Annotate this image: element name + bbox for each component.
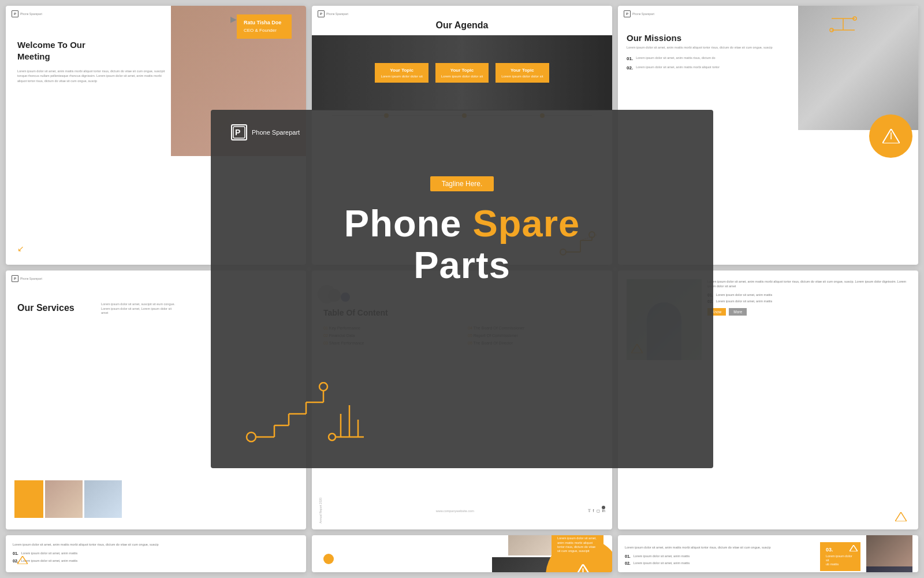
instagram-icon: ◻: [597, 509, 600, 513]
slide3-body: Lorem ipsum dolor sit amet, anim mattis …: [627, 46, 783, 50]
slide2-photo-bar: Your Topic Lorem ipsum dolor dolor sit Y…: [312, 35, 612, 110]
slide-orange-tagline: Your Tagline Lorem ipsum dolor sit amet,…: [312, 535, 612, 572]
slide2-title: Our Agenda: [312, 6, 612, 35]
svg-marker-16: [17, 556, 28, 564]
slide9-item1: 01. Lorem ipsum dolor sit amet, anim mat…: [625, 554, 797, 558]
slide7-item1: 01. Lorem ipsum dolor sit amet, anim mat…: [13, 551, 299, 556]
toc-footer: Annual Report 2020 www.companywebsite.co…: [312, 498, 612, 523]
slide9-img2: [866, 535, 912, 566]
slide7-text2: Lorem ipsum dolor sit amet, anim mattis: [21, 559, 78, 564]
toc-footer-year: Annual Report 2020: [319, 498, 322, 523]
slide1-name-card: Ratu Tisha Doe CEO & Founder: [237, 14, 292, 39]
slide-missions-detail: Lorem ipsum dolor sit amet, anim mattis …: [6, 535, 306, 572]
slide6-right: Lorem ipsum dolor sit amet, anim mattis …: [707, 279, 910, 521]
slide3-m2-text: Lorem ipsum dolor sit amet, anim mattis …: [636, 65, 720, 70]
main-circuit-bottom: [243, 382, 370, 448]
slide7-item2: 02. Lorem ipsum dolor sit amet, anim mat…: [13, 559, 299, 564]
slide3-mission1: 01. Lorem ipsum dolor sit amet, anim mat…: [627, 56, 783, 61]
slide9-text: Lorem ipsum dolor sit ub mattis: [826, 554, 855, 566]
slide3-logo: P Phone Sparepart: [624, 10, 654, 17]
slide4-logo-text: Phone Sparepart: [20, 277, 42, 280]
main-slide-overlay: P Phone Sparepart Tagline Here. Phone Sp…: [211, 110, 713, 468]
slide6-text1: Lorem ipsum dolor sit amet, anim mattis: [716, 293, 773, 297]
slide2-logo-icon: P: [318, 10, 325, 17]
slide9-card-arrow: [850, 545, 858, 553]
slide3-m1-num: 01.: [627, 56, 633, 61]
slide7-num1: 01.: [13, 551, 18, 556]
slide1-arrow-bottom: ↙: [17, 244, 24, 253]
slide6-buttons: Know More: [707, 308, 910, 316]
toc-website: www.companywebsite.com: [436, 509, 474, 513]
slide9-text1: Lorem ipsum dolor sit amet, anim mattis: [634, 554, 690, 558]
slide3-mission2: 02. Lorem ipsum dolor sit amet, anim mat…: [627, 65, 783, 71]
main-logo-text: Phone Sparepart: [252, 129, 300, 136]
slide2-logo-text: Phone Sparepart: [326, 12, 348, 16]
slide1-arrow-deco: ▶: [230, 14, 237, 24]
slide3-circuit: [826, 13, 860, 38]
slide6-btn-more: More: [729, 308, 747, 316]
slide1-logo-text: Phone Sparepart: [20, 12, 42, 16]
slide-bottom-detail: 03. Lorem ipsum dolor sit ub mattis Lore…: [618, 535, 918, 572]
slide6-items: 01. Lorem ipsum dolor sit amet, anim mat…: [707, 293, 910, 303]
main-logo: P Phone Sparepart: [231, 124, 300, 140]
toc-page-dot: [602, 506, 605, 509]
slide8-tagline-body: Lorem ipsum dolor sit amet, anim mattis …: [557, 536, 598, 553]
slide2-topic3: Your Topic Lorem ipsum dolor dolor sit: [495, 63, 549, 83]
slide7-arrow: [17, 556, 28, 566]
slide3-logo-icon: P: [624, 10, 631, 17]
slide3-m2-num: 02.: [627, 65, 633, 71]
slide3-orange-circle: [869, 114, 912, 158]
main-headline-line1: Phone Spare: [344, 203, 580, 244]
svg-point-36: [329, 433, 336, 440]
slide3-m1-text: Lorem ipsum dolor sit amet, anim mattis …: [636, 56, 716, 61]
slide2-topic2: Your Topic Lorem ipsum dolor dolor sit: [435, 63, 489, 83]
slide2-logo: P Phone Sparepart: [318, 10, 348, 17]
slide1-name: Ratu Tisha Doe: [244, 19, 285, 27]
slide4-logo-icon: P: [12, 275, 18, 282]
slide4-img1: [45, 480, 83, 518]
slide9-num2: 02.: [625, 561, 631, 565]
slide6-body: Lorem ipsum dolor sit amet, anim mattis …: [707, 279, 910, 289]
slide2-topic1: Your Topic Lorem ipsum dolor dolor sit: [375, 63, 428, 83]
slide9-num1: 01.: [625, 554, 631, 558]
slide4-img-orange: [14, 480, 43, 518]
main-tagline-badge: Tagline Here.: [430, 176, 494, 191]
main-headline: Phone Spare Parts: [344, 203, 580, 286]
slide9-body: Lorem ipsum dolor sit amet, anim mattis …: [625, 545, 797, 550]
slide7-body: Lorem ipsum dolor sit amet, anim mattis …: [13, 542, 299, 547]
slide3-title: Our Missions: [627, 33, 783, 43]
slide4-logo: P Phone Sparepart: [12, 275, 42, 282]
headline-orange: Spare: [473, 202, 580, 244]
slide9-text2: Lorem ipsum dolor sit amet, anim mattis: [634, 561, 690, 565]
svg-text:P: P: [235, 128, 240, 137]
main-logo-icon: P: [231, 124, 247, 140]
slide1-logo-icon: P: [12, 10, 18, 17]
slide4-img2: [84, 480, 122, 518]
slide1-logo: P Phone Sparepart: [12, 10, 42, 17]
twitter-icon: 𝕋: [588, 509, 591, 513]
slide8-tagline-card: Your Tagline Lorem ipsum dolor sit amet,…: [552, 535, 603, 558]
slide6-deco-arrow: [895, 512, 907, 524]
slide7-text1: Lorem ipsum dolor sit amet, anim mattis: [21, 551, 78, 556]
slide6-text2: Lorem ipsum dolor sit amet, anim mattis: [716, 299, 773, 303]
slide8-photo: [508, 535, 554, 555]
main-headline-line2: Parts: [344, 244, 580, 286]
slide3-logo-text: Phone Sparepart: [632, 12, 654, 16]
slide8-small-circle: [323, 554, 334, 564]
svg-point-22: [247, 432, 256, 442]
slide4-body: Lorem ipsum dolor sit amet, suscipit sit…: [101, 302, 176, 316]
slide8-circle-icon: [573, 564, 594, 572]
slide1-role: CEO & Founder: [244, 27, 285, 34]
svg-marker-19: [850, 545, 858, 551]
slide4-images: [6, 480, 306, 518]
svg-marker-15: [895, 512, 907, 521]
slide9-num-card: 03. Lorem ipsum dolor sit ub mattis: [820, 542, 860, 571]
slide1-body: Lorem ipsum dolor sit amet, anim mattis …: [17, 69, 170, 83]
facebook-icon: f: [593, 509, 594, 513]
slide9-item2: 02. Lorem ipsum dolor sit amet, anim mat…: [625, 561, 797, 565]
svg-point-31: [319, 383, 327, 391]
slide1-title: Welcome To Our Meeting: [17, 39, 170, 62]
